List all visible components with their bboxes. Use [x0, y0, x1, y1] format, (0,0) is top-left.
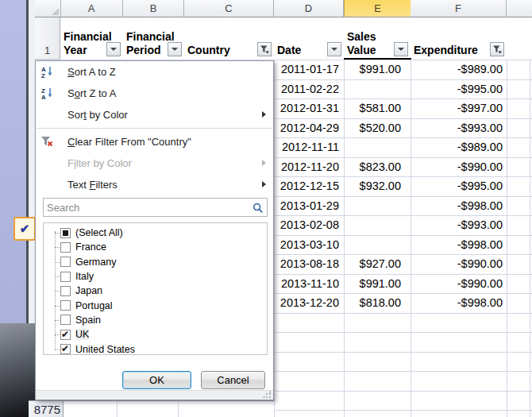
filter-option-spain[interactable]: Spain [44, 313, 267, 327]
cell-date-3[interactable]: 2012-04-29 [274, 118, 343, 138]
floating-confirm-check-button[interactable]: ✔ [13, 217, 36, 241]
cell-sales-11[interactable]: $991.00 [344, 274, 410, 294]
cell-expenditure-1[interactable]: -$995.00 [411, 79, 506, 99]
filter-dropdown-button-B[interactable] [168, 42, 182, 56]
ok-button[interactable]: OK [122, 371, 191, 389]
cell-sales-4[interactable] [344, 137, 410, 157]
svg-text:Z: Z [41, 72, 45, 79]
menu-item-label: Sort by Color [67, 109, 128, 121]
checkbox-checked[interactable] [60, 330, 71, 340]
filter-option-label: France [75, 241, 106, 253]
filter-option-label: Germany [75, 257, 116, 268]
cell-sales-12[interactable]: $818.00 [344, 293, 410, 313]
cell-date-9[interactable]: 2013-03-10 [274, 235, 343, 255]
filter-option-germany[interactable]: Germany [44, 255, 267, 269]
dropdown-arrow-icon [110, 48, 117, 51]
cell-expenditure-8[interactable]: -$993.00 [411, 215, 506, 235]
checkbox-unchecked[interactable] [60, 242, 71, 253]
cell-date-12[interactable]: 2013-12-20 [274, 293, 343, 313]
filter-option-united-states[interactable]: United States [44, 342, 267, 355]
column-header-G-sliver[interactable] [507, 0, 532, 17]
filter-option-uk[interactable]: UK [44, 327, 267, 342]
cell-sales-10[interactable]: $927.00 [344, 254, 410, 274]
cell-sales-5[interactable]: $823.00 [344, 157, 410, 177]
cell-sales-9[interactable] [344, 235, 410, 255]
resize-bar[interactable] [36, 390, 273, 400]
column-header-C[interactable]: C [184, 0, 274, 17]
menu-item-text-filters[interactable]: Text Filters [36, 174, 273, 195]
checkbox-unchecked[interactable] [60, 257, 71, 267]
checkbox-checked[interactable] [60, 344, 71, 354]
filter-option-label: Italy [75, 271, 94, 282]
row-header-1[interactable]: 1 [35, 17, 60, 60]
cell-expenditure-0[interactable]: -$989.00 [411, 60, 506, 79]
search-icon[interactable] [253, 203, 264, 217]
filter-option-label: (Select All) [75, 227, 123, 238]
cell-date-6[interactable]: 2012-12-15 [274, 176, 343, 196]
column-header-F[interactable]: F [411, 0, 507, 17]
filter-applied-button-C[interactable] [257, 42, 272, 56]
cell-expenditure-6[interactable]: -$995.00 [411, 176, 506, 196]
cell-expenditure-2[interactable]: -$997.00 [411, 98, 506, 118]
cell-sales-7[interactable] [344, 196, 410, 216]
filter-applied-button-F[interactable] [490, 42, 504, 56]
checkbox-unchecked[interactable] [60, 286, 71, 296]
cell-date-4[interactable]: 2012-11-11 [274, 137, 343, 157]
filter-option-japan[interactable]: Japan [44, 284, 267, 298]
cell-expenditure-12[interactable]: -$998.00 [411, 293, 506, 313]
cell-date-0[interactable]: 2011-01-17 [274, 60, 343, 79]
header-divider [35, 17, 532, 17]
menu-item-label: Sort A to Z [67, 66, 116, 78]
submenu-arrow-icon [262, 111, 266, 118]
cell-sales-8[interactable] [344, 215, 410, 235]
cell-date-5[interactable]: 2012-11-20 [274, 157, 343, 177]
search-input[interactable] [44, 199, 267, 216]
menu-item-sort-a-to-z[interactable]: AZSort A to Z [36, 61, 273, 83]
column-header-B[interactable]: B [123, 0, 184, 17]
filter-option-france[interactable]: France [44, 240, 267, 254]
filter-option-portugal[interactable]: Portugal [44, 298, 267, 312]
cancel-button[interactable]: Cancel [201, 371, 265, 389]
column-header-A[interactable]: A [60, 0, 123, 17]
cell-expenditure-11[interactable]: -$990.00 [411, 274, 506, 294]
cell-date-7[interactable]: 2013-01-29 [274, 196, 343, 216]
cell-sales-1[interactable] [344, 79, 410, 99]
cell-expenditure-9[interactable]: -$998.00 [411, 235, 506, 255]
filter-option-select-all[interactable]: (Select All) [44, 226, 267, 240]
cell-date-11[interactable]: 2013-11-10 [274, 274, 343, 294]
checkbox-unchecked[interactable] [60, 300, 71, 311]
cell-date-10[interactable]: 2013-08-18 [274, 254, 343, 274]
cell-sales-2[interactable]: $581.00 [344, 98, 410, 118]
cell-expenditure-4[interactable]: -$989.00 [411, 137, 506, 157]
cell-date-1[interactable]: 2011-02-22 [274, 79, 343, 99]
menu-item-clear-filter-from-country[interactable]: Clear Filter From "Country" [36, 131, 273, 153]
dropdown-arrow-icon [398, 48, 404, 51]
row-header-8775[interactable]: 8775 [29, 401, 64, 417]
column-header-E[interactable]: E [344, 0, 411, 17]
filter-option-label: Japan [75, 285, 102, 296]
gridline [530, 60, 530, 417]
menu-item-label: Text Filters [67, 179, 118, 191]
cell-sales-0[interactable]: $991.00 [344, 60, 410, 79]
clear-filter-icon [40, 135, 53, 148]
menu-item-sort-by-color[interactable]: Sort by Color [36, 104, 273, 125]
menu-item-sort-z-to-a[interactable]: ZASort Z to A [36, 83, 273, 104]
checkbox-unchecked[interactable] [60, 315, 71, 325]
cell-expenditure-10[interactable]: -$990.00 [411, 254, 506, 274]
cell-expenditure-3[interactable]: -$993.00 [411, 118, 506, 138]
column-header-D[interactable]: D [274, 0, 344, 17]
filter-option-italy[interactable]: Italy [44, 269, 267, 284]
cell-date-2[interactable]: 2012-01-31 [274, 98, 343, 118]
cell-expenditure-7[interactable]: -$998.00 [411, 196, 506, 216]
filter-dropdown-button-E[interactable] [394, 42, 408, 56]
checkbox-indeterminate[interactable] [60, 228, 71, 238]
cell-sales-3[interactable]: $520.00 [344, 118, 410, 138]
filter-option-label: Spain [75, 315, 101, 326]
cell-expenditure-5[interactable]: -$990.00 [411, 157, 506, 177]
select-all-corner[interactable] [35, 0, 61, 17]
cell-date-8[interactable]: 2013-02-08 [274, 215, 343, 235]
filter-dropdown-button-A[interactable] [106, 42, 121, 56]
checkbox-unchecked[interactable] [60, 272, 71, 282]
filter-dropdown-button-D[interactable] [327, 42, 341, 56]
cell-sales-6[interactable]: $932.00 [344, 176, 410, 196]
